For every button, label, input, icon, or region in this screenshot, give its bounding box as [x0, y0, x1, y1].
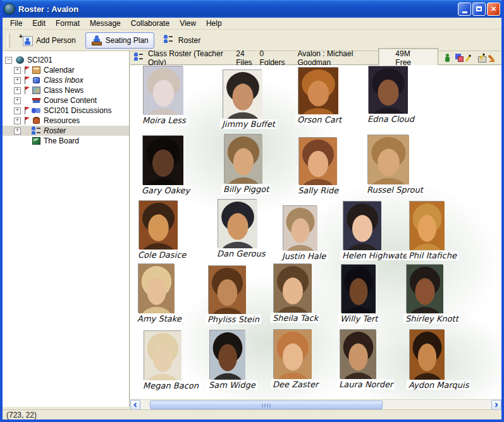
collapse-toggle[interactable]: −	[5, 57, 12, 64]
add-person-button[interactable]: +Add Person	[16, 32, 82, 49]
tree-item-label: SCI201 Discussions	[44, 106, 111, 116]
menu-message[interactable]: Message	[85, 18, 126, 29]
student-card-gary-oakey[interactable]: Gary Oakey	[142, 135, 183, 184]
student-card-sheila-tack[interactable]: Sheila Tack	[273, 263, 311, 312]
student-card-edna-cloud[interactable]: Edna Cloud	[368, 66, 407, 113]
student-card-moira-less[interactable]: Moira Less	[143, 66, 183, 114]
student-photo	[298, 67, 338, 114]
roster-icon	[164, 35, 175, 46]
student-card-amy-stake[interactable]: Amy Stake	[138, 263, 174, 313]
minimize-button[interactable]	[458, 3, 471, 16]
expand-toggle[interactable]: +	[14, 128, 21, 135]
student-card-sally-ride[interactable]: Sally Ride	[298, 137, 336, 184]
scroll-left-arrow[interactable]	[130, 400, 140, 410]
student-card-billy-piggot[interactable]: Billy Piggot	[224, 134, 262, 183]
student-card-dan-gerous[interactable]: Dan Gerous	[218, 199, 257, 248]
student-name: Gary Oakey	[140, 186, 192, 195]
toolbar-grip[interactable]	[7, 33, 10, 47]
student-card-justin-hale[interactable]: Justin Hale	[283, 205, 317, 250]
student-photo	[409, 329, 444, 379]
student-card-orson-cart[interactable]: Orson Cart	[298, 67, 338, 114]
student-photo	[273, 263, 311, 312]
tree-item-class-news[interactable]: +Class News	[3, 85, 129, 95]
window-title: Roster : Avalon	[18, 4, 457, 14]
student-name: Megan Bacon	[141, 381, 200, 390]
student-card-helen-highwater[interactable]: Helen Highwater	[343, 201, 381, 250]
folder-tree: −SCI201+Calendar+Class Inbox+Class News+…	[3, 51, 130, 407]
tree-item-sci201-discussions[interactable]: +SCI201 Discussions	[3, 106, 129, 116]
unread-flag-icon	[24, 66, 30, 74]
news-icon	[32, 86, 41, 95]
student-card-shirley-knott[interactable]: Shirley Knott	[406, 264, 443, 313]
menu-collaborate[interactable]: Collaborate	[126, 18, 175, 29]
pencil-icon	[466, 53, 475, 63]
student-name: Amy Stake	[135, 314, 183, 323]
student-photo	[143, 66, 183, 114]
student-card-phil-itafiche[interactable]: Phil Itafiche	[409, 201, 444, 250]
student-name: Cole Dasice	[136, 250, 188, 260]
student-card-sam-widge[interactable]: Sam Widge	[209, 330, 245, 379]
calendar-icon	[32, 66, 41, 75]
tree-item-label: The Board	[44, 136, 79, 146]
title-bar: Roster : Avalon ✕	[0, 0, 504, 18]
expand-toggle[interactable]: +	[14, 67, 21, 74]
tree-root-sci201[interactable]: −SCI201	[3, 55, 129, 65]
student-photo	[409, 201, 444, 250]
student-card-aydon-marquis[interactable]: Aydon Marquis	[409, 329, 444, 379]
tree-item-course-content[interactable]: +Course Content	[3, 95, 129, 106]
flag-placeholder	[24, 137, 30, 145]
seating-plan-icon	[91, 35, 102, 46]
student-name: Laura Norder	[337, 380, 395, 389]
tree-item-label: Resources	[44, 116, 80, 126]
add-person-icon: +	[22, 35, 33, 46]
scrollbar-thumb[interactable]	[150, 401, 383, 409]
menu-help[interactable]: Help	[201, 18, 227, 29]
content-header: Class Roster (Teacher Only) 24 Files 0 F…	[130, 51, 501, 65]
student-name: Aydon Marquis	[407, 380, 470, 390]
student-card-dee-zaster[interactable]: Dee Zaster	[273, 329, 311, 378]
menu-edit[interactable]: Edit	[27, 18, 51, 29]
content-title: Class Roster (Teacher Only)	[148, 49, 223, 67]
student-card-jimmy-buffet[interactable]: Jimmy Buffet	[223, 69, 262, 118]
unread-flag-icon	[24, 87, 30, 94]
tree-item-the-board[interactable]: The Board	[3, 136, 129, 146]
student-card-laura-norder[interactable]: Laura Norder	[340, 329, 376, 378]
student-card-phyliss-stein[interactable]: Phyliss Stein	[208, 265, 245, 313]
menu-format[interactable]: Format	[51, 18, 85, 29]
student-card-willy-tert[interactable]: Willy Tert	[341, 264, 375, 313]
expand-toggle[interactable]: +	[14, 107, 21, 114]
resources-icon	[32, 116, 41, 125]
inbox-icon	[32, 76, 41, 85]
expand-toggle[interactable]: +	[14, 97, 21, 104]
seating-plan-button[interactable]: Seating Plan	[85, 32, 154, 49]
tree-item-roster[interactable]: +Roster	[3, 126, 129, 136]
scroll-right-arrow[interactable]	[491, 400, 501, 410]
student-name: Jimmy Buffet	[220, 119, 277, 129]
student-photo	[283, 205, 317, 250]
app-window: Roster : Avalon ✕ FileEditFormatMessageC…	[0, 0, 504, 422]
student-name: Billy Piggot	[221, 184, 271, 194]
connection-info: Avalon : Michael Goodman	[298, 49, 370, 67]
menu-view[interactable]: View	[175, 18, 201, 29]
close-button[interactable]: ✕	[487, 3, 500, 16]
expand-toggle[interactable]: +	[14, 118, 21, 124]
student-card-russel-sprout[interactable]: Russel Sprout	[367, 135, 409, 184]
student-name: Justin Hale	[280, 251, 328, 261]
roster-canvas[interactable]: Moira LessJimmy BuffetOrson CartEdna Clo…	[130, 65, 501, 399]
tree-item-class-inbox[interactable]: +Class Inbox	[3, 75, 129, 85]
expand-toggle[interactable]: +	[14, 87, 21, 94]
tree-item-label: Roster	[44, 126, 66, 136]
tree-item-label: Calendar	[44, 65, 75, 75]
student-name: Moira Less	[140, 116, 188, 125]
maximize-button[interactable]	[472, 3, 486, 16]
student-card-megan-bacon[interactable]: Megan Bacon	[144, 330, 181, 380]
roster-button[interactable]: Roster	[158, 32, 206, 49]
roster-icon	[134, 52, 145, 64]
horizontal-scrollbar[interactable]	[130, 399, 501, 410]
tree-item-resources[interactable]: +Resources	[3, 116, 129, 126]
expand-toggle[interactable]: +	[14, 77, 21, 84]
overlapping-squares-icon	[455, 53, 464, 63]
tree-item-calendar[interactable]: +Calendar	[3, 65, 129, 75]
student-card-cole-dasice[interactable]: Cole Dasice	[138, 200, 177, 249]
menu-file[interactable]: File	[5, 18, 27, 29]
